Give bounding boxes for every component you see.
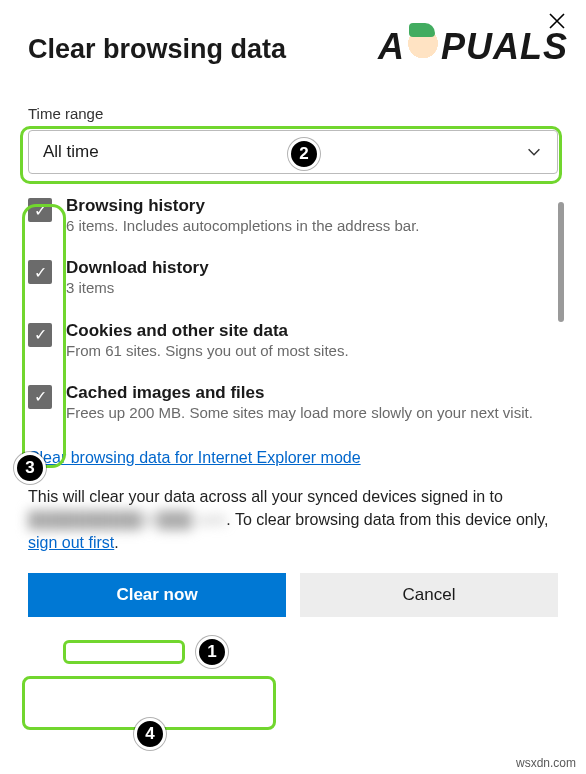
watermark-text: PUALS — [441, 26, 568, 68]
checkbox-cached[interactable]: ✓ — [28, 385, 52, 409]
cancel-button[interactable]: Cancel — [300, 573, 558, 617]
list-item: ✓ Cached images and files Frees up 200 M… — [28, 383, 558, 423]
watermark-text: A — [378, 26, 405, 68]
appuals-watermark: A PUALS — [378, 26, 568, 68]
clear-now-button[interactable]: Clear now — [28, 573, 286, 617]
clear-browsing-data-dialog: Clear browsing data Time range All time … — [0, 0, 586, 774]
list-item: ✓ Cookies and other site data From 61 si… — [28, 321, 558, 361]
ie-mode-link[interactable]: Clear browsing data for Internet Explore… — [28, 449, 361, 466]
item-title: Cached images and files — [66, 383, 533, 403]
dialog-buttons: Clear now Cancel — [28, 573, 558, 617]
chevron-down-icon — [525, 143, 543, 161]
checkbox-download-history[interactable]: ✓ — [28, 260, 52, 284]
info-text: . To clear browsing data from this devic… — [226, 511, 548, 528]
info-text: . — [114, 534, 118, 551]
list-item: ✓ Download history 3 items — [28, 258, 558, 298]
item-desc: 3 items — [66, 278, 209, 298]
sign-out-link[interactable]: sign out first — [28, 534, 114, 551]
info-text: This will clear your data across all you… — [28, 488, 503, 505]
time-range-label: Time range — [28, 105, 558, 122]
time-range-select[interactable]: All time — [28, 130, 558, 174]
mascot-icon — [407, 29, 439, 65]
source-text: wsxdn.com — [516, 756, 576, 770]
item-desc: From 61 sites. Signs you out of most sit… — [66, 341, 349, 361]
item-title: Browsing history — [66, 196, 420, 216]
item-title: Cookies and other site data — [66, 321, 349, 341]
checkbox-cookies[interactable]: ✓ — [28, 323, 52, 347]
data-types-list: ✓ Browsing history 6 items. Includes aut… — [28, 196, 558, 423]
sync-info-text: This will clear your data across all you… — [28, 485, 558, 555]
redacted-email: ██████████@███.com — [28, 508, 226, 531]
scrollbar[interactable] — [558, 202, 564, 322]
list-item: ✓ Browsing history 6 items. Includes aut… — [28, 196, 558, 236]
item-title: Download history — [66, 258, 209, 278]
item-desc: Frees up 200 MB. Some sites may load mor… — [66, 403, 533, 423]
time-range-value: All time — [43, 142, 99, 162]
item-desc: 6 items. Includes autocompletions in the… — [66, 216, 420, 236]
checkbox-browsing-history[interactable]: ✓ — [28, 198, 52, 222]
